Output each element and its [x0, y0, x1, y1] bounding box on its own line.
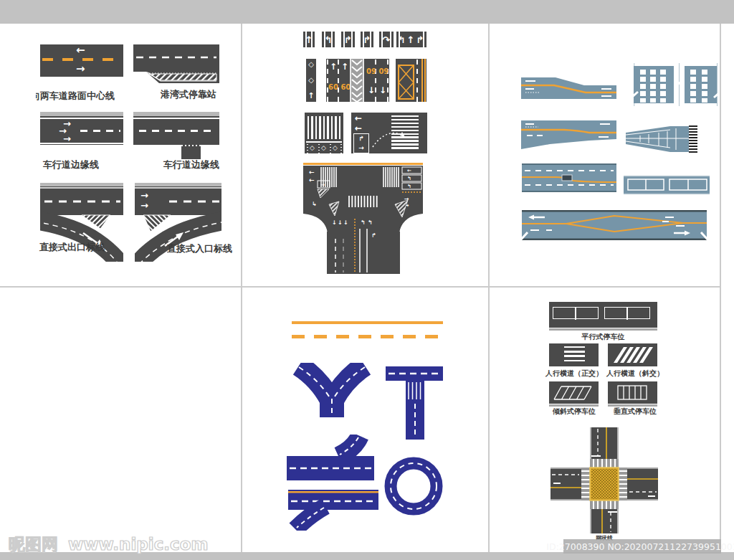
- svg-text:→: →: [140, 190, 148, 201]
- speed-lanes-block: ↑ ↑ 60 60 09 09 ↓ ↓: [326, 59, 389, 102]
- tile-right-turn-straight-arrow: ↱: [341, 32, 355, 47]
- dotted-line: [340, 144, 342, 153]
- diamond-icon: ◇: [321, 145, 326, 151]
- edge-line-bottom: [40, 143, 123, 144]
- orange-center-dashes: [42, 58, 121, 61]
- svg-text:←: ←: [309, 169, 315, 176]
- lane-line: [338, 59, 339, 102]
- label-center-line: 向两车道路面中心线: [36, 90, 115, 100]
- label-angled-parking: 倾斜式停车位: [545, 407, 604, 417]
- diagram-center-line-road: ← →: [40, 44, 123, 77]
- diagram-yellow-box-junction: [550, 427, 658, 535]
- label-bus-bay: 港湾式停靠站: [161, 88, 216, 101]
- label-crosswalk-orthogonal: 人行横道（正交）: [545, 369, 604, 379]
- orange-dashed-line-sample: [292, 335, 443, 338]
- dotted-line: [330, 144, 331, 153]
- zebra-stripes: [564, 346, 585, 364]
- hook-right-icon: ↱: [358, 135, 364, 142]
- svg-text:↓: ↓: [338, 219, 343, 226]
- diagram-lane-taper: [521, 120, 616, 149]
- divider-vertical-right: [720, 24, 721, 552]
- diagram-obstruction-marking: [522, 163, 616, 192]
- double-orange-line: [421, 59, 423, 102]
- diagram-edge-line-1: → → →: [40, 112, 123, 145]
- lane-dashes: [139, 130, 214, 132]
- diagram-roundabout: [383, 453, 444, 518]
- diamond-lane-strip: ◇ ◇ ↑: [305, 59, 318, 102]
- orange-solid-line-sample: [292, 321, 443, 324]
- diamond-icon: ◇: [310, 145, 315, 151]
- svg-text:←: ←: [407, 168, 411, 174]
- diagram-diverge-ramp: [288, 485, 378, 531]
- tile-u-turn-arrow: ↷: [379, 32, 394, 47]
- lane-line: [387, 59, 389, 102]
- dotted-line: [318, 144, 320, 153]
- stop-line: [306, 141, 342, 143]
- svg-text:←: ←: [309, 176, 315, 184]
- diagram-overtaking-zone: [522, 209, 707, 243]
- chevron-median: [350, 59, 364, 102]
- label-edge-line-1: 车行道边缘线: [43, 158, 99, 171]
- dotted-crossing-line: [181, 145, 201, 146]
- diamond-icon: ◇: [308, 61, 314, 68]
- right-arrow-icon: →: [358, 144, 364, 151]
- tile-right-turn-arrow: ↱: [361, 32, 373, 47]
- sidewalk-strip: [133, 112, 219, 116]
- orange-crosshatch-box: [398, 65, 414, 100]
- tile-straight-arrow: ↑: [303, 32, 315, 47]
- svg-text:↱: ↱: [371, 232, 376, 239]
- zebra-stripes-horizontal: [391, 115, 419, 151]
- svg-text:↳: ↳: [312, 201, 317, 207]
- edge-line: [40, 118, 123, 119]
- divider-vertical-2: [488, 24, 490, 552]
- label-exit-ramp: 直接式出口标线: [39, 241, 105, 254]
- left-arrow-icon: ←: [355, 124, 362, 133]
- arrow-box: ↱ →: [353, 133, 369, 153]
- diagram-y-fork: [290, 363, 373, 417]
- bus-lane-block: [396, 59, 426, 102]
- turn-pocket-block: ← ← ↱ →: [351, 113, 427, 153]
- double-orange-line: [424, 59, 426, 102]
- diamond-icon: ◇: [333, 145, 338, 151]
- diagram-signalized-junction: ← ← → ← ↰ ↰ → → ↳ ↓ ↓ ↓ ↰ ↰ ↱: [303, 163, 423, 274]
- dotted-line: [307, 144, 308, 153]
- diagram-lane-drop: [521, 74, 616, 100]
- diagram-merge-ramp: [287, 435, 376, 480]
- diagram-toll-booth-grid: [634, 63, 718, 106]
- nipic-watermark: 昵图网 www.nipic.com: [9, 533, 208, 556]
- down-arrow-icon: ↓: [379, 86, 386, 95]
- diagram-edge-line-2: [133, 112, 219, 145]
- diagram-perpendicular-parking: [608, 381, 657, 404]
- label-clip: 向两车道路面中心线: [36, 88, 158, 100]
- bay-divider: [626, 307, 628, 320]
- bay-divider: [575, 307, 576, 320]
- left-arrow-icon: ←: [76, 45, 85, 56]
- edge-line: [133, 118, 219, 119]
- diagram-t-junction: [386, 366, 443, 440]
- svg-text:→: →: [320, 182, 325, 188]
- top-frame-bar: [0, 0, 734, 24]
- nipic-logo-text: 昵图网: [9, 535, 58, 554]
- zebra-bars: [308, 116, 340, 139]
- down-arrow-icon: ↓: [368, 86, 375, 95]
- up-arrow-icon: ↑: [341, 62, 348, 71]
- svg-text:↰: ↰: [361, 219, 366, 226]
- lane-line: [416, 59, 418, 102]
- label-crosswalk-skewed: 人行横道（斜交）: [606, 369, 664, 379]
- speed-60-text: 60 60: [328, 83, 351, 91]
- divider-horizontal: [0, 286, 721, 288]
- speed-09-text: 09 09: [366, 67, 389, 75]
- svg-text:↰: ↰: [407, 184, 411, 189]
- crosswalk-diamond-block: ◇ ◇ ◇: [305, 113, 343, 153]
- label-perpendicular-parking: 垂直式停车位: [606, 407, 664, 417]
- diagram-marked-bays: [624, 176, 710, 194]
- curb-line: [549, 328, 657, 331]
- diamond-icon: ◇: [308, 77, 314, 84]
- svg-text:↰: ↰: [407, 176, 411, 181]
- svg-text:↓: ↓: [332, 219, 337, 226]
- diagram-crosswalk-orthogonal: [549, 343, 599, 366]
- image-id-watermark: ID:27008390 NO:20200721122739951001: [563, 539, 721, 554]
- driveway-stub: [181, 145, 201, 159]
- diagram-toll-plaza-fan: [626, 125, 706, 153]
- diagram-angled-parking: [549, 381, 599, 404]
